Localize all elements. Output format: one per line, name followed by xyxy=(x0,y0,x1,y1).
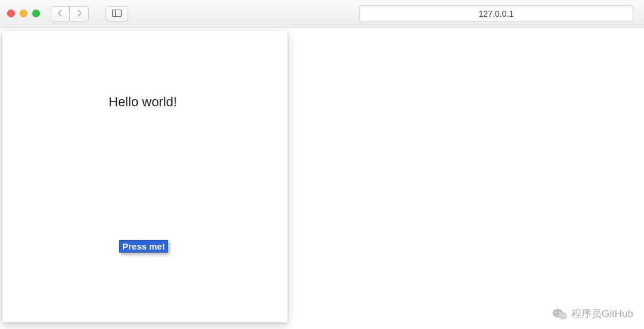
svg-point-7 xyxy=(564,314,565,315)
address-bar-wrap: 127.0.0.1 xyxy=(133,5,637,22)
address-bar[interactable]: 127.0.0.1 xyxy=(359,5,633,22)
back-button[interactable] xyxy=(51,6,70,21)
chevron-right-icon xyxy=(76,8,82,19)
press-me-button[interactable]: Press me! xyxy=(119,240,168,253)
content-area: Hello world! Press me! 程序员GitHub xyxy=(0,27,644,329)
svg-rect-0 xyxy=(113,10,122,16)
svg-point-6 xyxy=(561,314,562,315)
maximize-window-button[interactable] xyxy=(32,10,40,17)
forward-button[interactable] xyxy=(70,6,89,21)
chevron-left-icon xyxy=(57,8,63,19)
close-window-button[interactable] xyxy=(7,10,15,17)
svg-point-5 xyxy=(559,312,560,313)
svg-point-4 xyxy=(555,312,556,313)
page-heading: Hello world! xyxy=(109,94,287,110)
sidebar-toggle-button[interactable] xyxy=(106,6,128,21)
sidebar-icon xyxy=(112,8,122,19)
watermark: 程序员GitHub xyxy=(552,307,633,321)
svg-point-3 xyxy=(559,312,567,319)
page-card: Hello world! Press me! xyxy=(2,31,287,322)
watermark-text: 程序员GitHub xyxy=(571,307,633,321)
browser-toolbar: 127.0.0.1 xyxy=(0,0,644,27)
nav-buttons xyxy=(51,6,89,21)
wechat-icon xyxy=(552,308,568,321)
address-text: 127.0.0.1 xyxy=(479,9,513,19)
window-controls xyxy=(7,10,40,17)
minimize-window-button[interactable] xyxy=(20,10,27,17)
